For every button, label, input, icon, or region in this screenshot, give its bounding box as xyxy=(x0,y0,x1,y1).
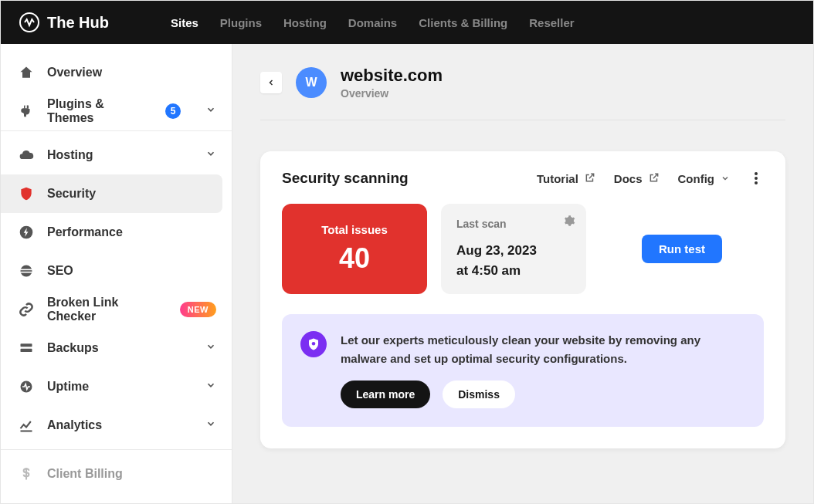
main: W website.com Overview Security scanning… xyxy=(232,44,813,503)
run-test-button[interactable]: Run test xyxy=(642,235,722,263)
run-test-col: Run test xyxy=(600,204,764,294)
sidebar-item-label: Analytics xyxy=(47,418,102,432)
sidebar: Overview Plugins & Themes 5 Hosting xyxy=(1,44,232,503)
badge-new: NEW xyxy=(180,302,216,317)
total-issues-tile[interactable]: Total issues 40 xyxy=(282,204,427,294)
sidebar-item-uptime[interactable]: Uptime xyxy=(1,367,232,406)
shield-badge-icon xyxy=(300,331,327,357)
brand[interactable]: The Hub xyxy=(19,12,109,32)
chart-icon xyxy=(18,418,35,433)
chevron-down-icon xyxy=(721,172,730,185)
sidebar-item-hosting[interactable]: Hosting xyxy=(1,136,232,174)
sidebar-item-label: Broken Link Checker xyxy=(47,296,168,323)
tile-label: Last scan xyxy=(456,218,571,230)
sidebar-item-performance[interactable]: Performance xyxy=(1,213,232,252)
docs-link[interactable]: Docs xyxy=(614,172,660,185)
nav-reseller[interactable]: Reseller xyxy=(529,16,574,29)
nav-sites[interactable]: Sites xyxy=(171,16,198,29)
gear-icon[interactable] xyxy=(563,215,575,230)
sidebar-item-label: Client Billing xyxy=(47,467,123,481)
sidebar-item-plugins-themes[interactable]: Plugins & Themes 5 xyxy=(1,92,232,130)
chevron-down-icon xyxy=(205,418,216,432)
page-subtitle: Overview xyxy=(341,87,443,100)
svg-point-12 xyxy=(312,342,316,346)
shield-icon xyxy=(18,186,35,201)
svg-rect-7 xyxy=(21,349,32,352)
nav-domains[interactable]: Domains xyxy=(348,16,397,29)
top-nav: The Hub Sites Plugins Hosting Domains Cl… xyxy=(1,1,813,44)
sidebar-item-broken-link[interactable]: Broken Link Checker NEW xyxy=(1,290,232,329)
home-icon xyxy=(18,65,35,80)
svg-point-11 xyxy=(755,181,758,184)
last-scan-tile: Last scan Aug 23, 2023 at 4:50 am xyxy=(441,204,586,294)
chevron-down-icon xyxy=(205,341,216,355)
globe-icon xyxy=(18,263,35,279)
sidebar-item-client-billing[interactable]: Client Billing xyxy=(1,455,232,493)
link-label: Docs xyxy=(614,172,643,185)
brand-logo-icon xyxy=(19,12,39,32)
tutorial-link[interactable]: Tutorial xyxy=(537,172,595,185)
card-title: Security scanning xyxy=(282,170,409,187)
link-icon xyxy=(18,302,35,317)
top-nav-links: Sites Plugins Hosting Domains Clients & … xyxy=(171,16,575,29)
site-avatar: W xyxy=(296,67,327,98)
nav-hosting[interactable]: Hosting xyxy=(283,16,327,29)
stack-icon xyxy=(18,340,35,356)
avatar-initial: W xyxy=(305,76,317,90)
sidebar-item-overview[interactable]: Overview xyxy=(1,53,232,92)
promo-banner: Let our experts meticulously clean your … xyxy=(282,314,764,427)
svg-rect-0 xyxy=(24,106,25,110)
more-menu-button[interactable] xyxy=(748,172,764,184)
heartbeat-icon xyxy=(18,379,35,394)
dismiss-button[interactable]: Dismiss xyxy=(443,381,515,408)
cloud-icon xyxy=(18,147,35,163)
sidebar-item-label: Security xyxy=(47,187,96,201)
tile-label: Total issues xyxy=(321,223,388,236)
brand-name: The Hub xyxy=(47,14,109,32)
back-button[interactable] xyxy=(260,72,282,93)
svg-rect-4 xyxy=(21,269,32,271)
svg-rect-1 xyxy=(28,106,29,110)
security-card: Security scanning Tutorial Docs Config xyxy=(260,151,785,448)
chevron-down-icon xyxy=(205,104,216,118)
learn-more-button[interactable]: Learn more xyxy=(341,381,430,408)
last-scan-time: at 4:50 am xyxy=(456,263,521,278)
sidebar-item-label: Backups xyxy=(47,341,99,355)
link-label: Tutorial xyxy=(537,172,578,185)
last-scan-date: Aug 23, 2023 xyxy=(456,243,537,258)
chevron-down-icon xyxy=(205,148,216,162)
svg-point-3 xyxy=(21,266,32,277)
svg-point-10 xyxy=(755,177,758,180)
plug-icon xyxy=(18,104,35,118)
sidebar-item-label: Plugins & Themes xyxy=(47,97,153,125)
sidebar-item-seo[interactable]: SEO xyxy=(1,252,232,290)
tile-value: 40 xyxy=(339,242,370,275)
nav-clients[interactable]: Clients & Billing xyxy=(419,16,507,29)
dollar-icon xyxy=(18,466,35,482)
sidebar-item-label: Uptime xyxy=(47,380,89,394)
sidebar-item-security[interactable]: Security xyxy=(1,174,222,213)
stats-row: Total issues 40 Last scan Aug 23, 2023 a… xyxy=(282,204,764,294)
chevron-down-icon xyxy=(205,380,216,394)
svg-rect-6 xyxy=(21,343,32,347)
sidebar-item-label: Performance xyxy=(47,225,123,239)
bolt-icon xyxy=(18,225,35,240)
sidebar-item-label: Hosting xyxy=(47,148,93,162)
page-header: W website.com Overview xyxy=(260,66,785,120)
badge-count: 5 xyxy=(165,103,181,119)
external-link-icon xyxy=(585,172,595,185)
promo-text: Let our experts meticulously clean your … xyxy=(341,331,745,368)
sidebar-item-label: Overview xyxy=(47,66,102,79)
nav-plugins[interactable]: Plugins xyxy=(220,16,262,29)
sidebar-item-label: SEO xyxy=(47,264,73,278)
page-title: website.com xyxy=(341,66,443,86)
svg-point-9 xyxy=(755,172,758,175)
sidebar-item-analytics[interactable]: Analytics xyxy=(1,406,232,445)
config-dropdown[interactable]: Config xyxy=(678,172,730,185)
link-label: Config xyxy=(678,172,714,185)
card-header: Security scanning Tutorial Docs Config xyxy=(282,170,764,187)
tile-value: Aug 23, 2023 at 4:50 am xyxy=(456,241,571,280)
sidebar-item-backups[interactable]: Backups xyxy=(1,329,232,367)
external-link-icon xyxy=(649,172,660,185)
svg-rect-5 xyxy=(21,272,32,273)
